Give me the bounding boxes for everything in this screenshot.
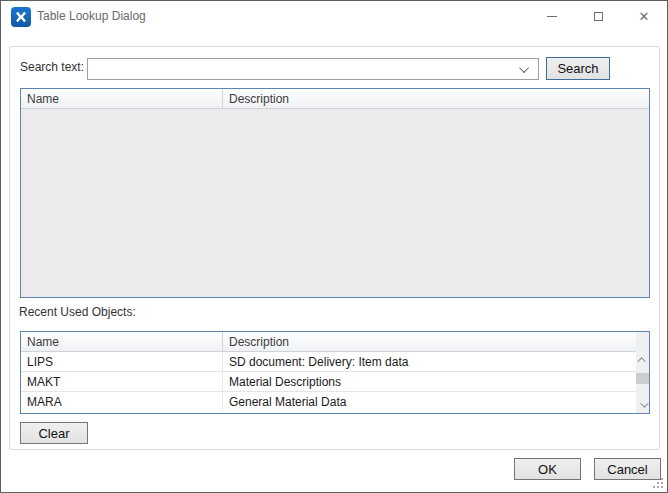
recent-column-name[interactable]: Name <box>21 332 223 351</box>
search-input[interactable] <box>88 59 522 79</box>
recent-used-objects-label: Recent Used Objects: <box>19 305 136 319</box>
table-lookup-dialog: Table Lookup Dialog ✕ Search text: Searc… <box>0 0 668 493</box>
search-text-label: Search text: <box>20 60 84 74</box>
content-panel: Search text: Search Name Description Rec… <box>9 46 660 450</box>
cancel-button[interactable]: Cancel <box>594 458 661 480</box>
cell-description: Material Descriptions <box>223 372 636 391</box>
recent-objects-table: Name Description LIPS SD document: Deliv… <box>20 331 650 414</box>
close-button[interactable]: ✕ <box>621 1 667 32</box>
app-logo-icon <box>11 7 31 27</box>
maximize-icon <box>594 12 603 21</box>
cell-description: SD document: Delivery: Item data <box>223 352 636 371</box>
resize-grip-dots <box>653 486 655 488</box>
chevron-up-icon <box>637 357 645 365</box>
close-icon: ✕ <box>639 10 650 23</box>
recent-table-main: Name Description LIPS SD document: Deliv… <box>21 332 636 413</box>
vertical-scrollbar[interactable] <box>636 332 649 413</box>
results-table-empty-body[interactable] <box>21 109 649 297</box>
search-results-table: Name Description <box>20 88 650 298</box>
recent-table-header: Name Description <box>21 332 636 352</box>
cell-description: General Material Data <box>223 392 636 412</box>
table-row[interactable]: LIPS SD document: Delivery: Item data <box>21 352 636 372</box>
scrollbar-spacer <box>636 332 649 352</box>
scrollbar-track[interactable] <box>636 384 649 397</box>
cell-name: MAKT <box>21 372 223 391</box>
search-button[interactable]: Search <box>546 57 610 80</box>
ok-button[interactable]: OK <box>514 458 581 480</box>
resize-grip[interactable] <box>652 477 665 490</box>
maximize-button[interactable] <box>575 1 621 32</box>
cell-name: MARA <box>21 392 223 412</box>
search-combobox[interactable] <box>87 58 539 80</box>
minimize-icon <box>547 16 557 17</box>
chevron-down-icon <box>640 399 648 407</box>
clear-button[interactable]: Clear <box>20 422 88 444</box>
recent-column-description[interactable]: Description <box>223 332 636 351</box>
scroll-up-button[interactable] <box>636 352 649 368</box>
results-column-description[interactable]: Description <box>223 89 649 108</box>
scroll-down-button[interactable] <box>636 397 649 413</box>
results-table-header: Name Description <box>21 89 649 109</box>
table-row[interactable]: MAKT Material Descriptions <box>21 372 636 392</box>
window-title: Table Lookup Dialog <box>37 1 146 32</box>
minimize-button[interactable] <box>529 1 575 32</box>
title-bar[interactable]: Table Lookup Dialog ✕ <box>1 1 667 32</box>
window-controls: ✕ <box>529 1 667 32</box>
results-column-name[interactable]: Name <box>21 89 223 108</box>
table-row[interactable]: MARA General Material Data <box>21 392 636 412</box>
cell-name: LIPS <box>21 352 223 371</box>
scrollbar-thumb[interactable] <box>636 373 649 384</box>
